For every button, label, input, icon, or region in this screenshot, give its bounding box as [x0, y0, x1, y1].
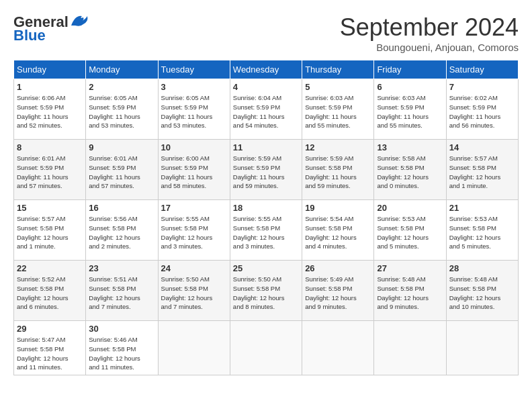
- day-number: 21: [449, 203, 515, 213]
- calendar-cell: 29Sunrise: 5:47 AM Sunset: 5:58 PM Dayli…: [14, 321, 86, 375]
- calendar-cell: 9Sunrise: 6:01 AM Sunset: 5:59 PM Daylig…: [86, 140, 158, 200]
- title-area: September 2024 Boungoueni, Anjouan, Como…: [340, 13, 519, 53]
- day-number: 17: [161, 203, 227, 213]
- day-number: 28: [449, 263, 515, 273]
- day-info: Sunrise: 5:58 AM Sunset: 5:58 PM Dayligh…: [377, 154, 443, 191]
- calendar-header-saturday: Saturday: [446, 60, 518, 79]
- day-number: 20: [377, 203, 443, 213]
- day-info: Sunrise: 5:56 AM Sunset: 5:58 PM Dayligh…: [89, 214, 154, 251]
- day-number: 25: [233, 263, 299, 273]
- day-info: Sunrise: 5:55 AM Sunset: 5:58 PM Dayligh…: [161, 214, 227, 251]
- day-number: 10: [161, 142, 227, 152]
- day-number: 4: [233, 82, 299, 92]
- day-info: Sunrise: 5:53 AM Sunset: 5:58 PM Dayligh…: [377, 214, 443, 251]
- calendar-cell: 30Sunrise: 5:46 AM Sunset: 5:58 PM Dayli…: [86, 321, 158, 375]
- calendar-cell: 12Sunrise: 5:59 AM Sunset: 5:58 PM Dayli…: [302, 140, 374, 200]
- day-number: 27: [377, 263, 443, 273]
- calendar-cell: 27Sunrise: 5:48 AM Sunset: 5:58 PM Dayli…: [374, 261, 446, 321]
- calendar-cell: 13Sunrise: 5:58 AM Sunset: 5:58 PM Dayli…: [374, 140, 446, 200]
- calendar-cell: 28Sunrise: 5:48 AM Sunset: 5:58 PM Dayli…: [446, 261, 518, 321]
- day-number: 14: [449, 142, 515, 152]
- calendar-cell: 22Sunrise: 5:52 AM Sunset: 5:58 PM Dayli…: [14, 261, 86, 321]
- calendar-cell: 25Sunrise: 5:50 AM Sunset: 5:58 PM Dayli…: [230, 261, 302, 321]
- calendar-header-sunday: Sunday: [14, 60, 86, 79]
- day-info: Sunrise: 5:50 AM Sunset: 5:58 PM Dayligh…: [233, 275, 299, 312]
- calendar-cell: 10Sunrise: 6:00 AM Sunset: 5:59 PM Dayli…: [158, 140, 230, 200]
- day-number: 3: [161, 82, 227, 92]
- day-info: Sunrise: 5:51 AM Sunset: 5:58 PM Dayligh…: [89, 275, 154, 312]
- day-number: 11: [233, 142, 299, 152]
- day-info: Sunrise: 5:59 AM Sunset: 5:58 PM Dayligh…: [305, 154, 371, 191]
- day-info: Sunrise: 6:06 AM Sunset: 5:59 PM Dayligh…: [17, 93, 83, 130]
- calendar-cell: 8Sunrise: 6:01 AM Sunset: 5:59 PM Daylig…: [14, 140, 86, 200]
- calendar-cell: 15Sunrise: 5:57 AM Sunset: 5:58 PM Dayli…: [14, 200, 86, 261]
- calendar-cell: 5Sunrise: 6:03 AM Sunset: 5:59 PM Daylig…: [302, 79, 374, 140]
- day-info: Sunrise: 5:47 AM Sunset: 5:58 PM Dayligh…: [17, 335, 83, 372]
- day-info: Sunrise: 5:55 AM Sunset: 5:58 PM Dayligh…: [233, 214, 299, 251]
- calendar-header-row: SundayMondayTuesdayWednesdayThursdayFrid…: [14, 60, 519, 79]
- month-title: September 2024: [340, 13, 519, 42]
- logo-blue-text: Blue: [13, 27, 46, 44]
- day-number: 19: [305, 203, 371, 213]
- calendar-cell: 14Sunrise: 5:57 AM Sunset: 5:58 PM Dayli…: [446, 140, 518, 200]
- day-number: 22: [17, 263, 83, 273]
- day-info: Sunrise: 5:49 AM Sunset: 5:58 PM Dayligh…: [305, 275, 371, 312]
- calendar-cell: [230, 321, 302, 375]
- day-info: Sunrise: 6:01 AM Sunset: 5:59 PM Dayligh…: [89, 154, 154, 191]
- calendar-header-thursday: Thursday: [302, 60, 374, 79]
- calendar: SundayMondayTuesdayWednesdayThursdayFrid…: [13, 60, 519, 375]
- day-number: 24: [161, 263, 227, 273]
- day-info: Sunrise: 6:04 AM Sunset: 5:59 PM Dayligh…: [233, 93, 299, 130]
- calendar-header-wednesday: Wednesday: [230, 60, 302, 79]
- day-number: 18: [233, 203, 299, 213]
- calendar-header-tuesday: Tuesday: [158, 60, 230, 79]
- calendar-cell: 7Sunrise: 6:02 AM Sunset: 5:59 PM Daylig…: [446, 79, 518, 140]
- calendar-week-row: 1Sunrise: 6:06 AM Sunset: 5:59 PM Daylig…: [14, 79, 519, 140]
- calendar-header-monday: Monday: [86, 60, 158, 79]
- day-number: 8: [17, 142, 83, 152]
- day-info: Sunrise: 6:00 AM Sunset: 5:59 PM Dayligh…: [161, 154, 227, 191]
- day-info: Sunrise: 5:52 AM Sunset: 5:58 PM Dayligh…: [17, 275, 83, 312]
- calendar-cell: [158, 321, 230, 375]
- day-info: Sunrise: 5:46 AM Sunset: 5:58 PM Dayligh…: [89, 335, 154, 372]
- calendar-cell: [374, 321, 446, 375]
- day-info: Sunrise: 6:05 AM Sunset: 5:59 PM Dayligh…: [89, 93, 154, 130]
- day-number: 7: [449, 82, 515, 92]
- calendar-cell: 21Sunrise: 5:53 AM Sunset: 5:58 PM Dayli…: [446, 200, 518, 261]
- day-info: Sunrise: 5:48 AM Sunset: 5:58 PM Dayligh…: [377, 275, 443, 312]
- day-info: Sunrise: 5:53 AM Sunset: 5:58 PM Dayligh…: [449, 214, 515, 251]
- day-number: 5: [305, 82, 371, 92]
- calendar-cell: 24Sunrise: 5:50 AM Sunset: 5:58 PM Dayli…: [158, 261, 230, 321]
- day-number: 15: [17, 203, 83, 213]
- calendar-cell: 11Sunrise: 5:59 AM Sunset: 5:59 PM Dayli…: [230, 140, 302, 200]
- day-info: Sunrise: 5:59 AM Sunset: 5:59 PM Dayligh…: [233, 154, 299, 191]
- day-info: Sunrise: 6:05 AM Sunset: 5:59 PM Dayligh…: [161, 93, 227, 130]
- calendar-cell: 19Sunrise: 5:54 AM Sunset: 5:58 PM Dayli…: [302, 200, 374, 261]
- day-info: Sunrise: 5:50 AM Sunset: 5:58 PM Dayligh…: [161, 275, 227, 312]
- header: General Blue September 2024 Boungoueni, …: [13, 13, 519, 53]
- location-title: Boungoueni, Anjouan, Comoros: [340, 42, 519, 53]
- calendar-week-row: 22Sunrise: 5:52 AM Sunset: 5:58 PM Dayli…: [14, 261, 519, 321]
- calendar-week-row: 29Sunrise: 5:47 AM Sunset: 5:58 PM Dayli…: [14, 321, 519, 375]
- logo: General Blue: [13, 13, 89, 44]
- calendar-cell: [302, 321, 374, 375]
- calendar-cell: 1Sunrise: 6:06 AM Sunset: 5:59 PM Daylig…: [14, 79, 86, 140]
- calendar-cell: 16Sunrise: 5:56 AM Sunset: 5:58 PM Dayli…: [86, 200, 158, 261]
- day-number: 23: [89, 263, 154, 273]
- day-info: Sunrise: 6:03 AM Sunset: 5:59 PM Dayligh…: [377, 93, 443, 130]
- day-number: 9: [89, 142, 154, 152]
- calendar-cell: 26Sunrise: 5:49 AM Sunset: 5:58 PM Dayli…: [302, 261, 374, 321]
- calendar-cell: 23Sunrise: 5:51 AM Sunset: 5:58 PM Dayli…: [86, 261, 158, 321]
- day-number: 2: [89, 82, 154, 92]
- day-info: Sunrise: 5:57 AM Sunset: 5:58 PM Dayligh…: [17, 214, 83, 251]
- calendar-cell: 3Sunrise: 6:05 AM Sunset: 5:59 PM Daylig…: [158, 79, 230, 140]
- day-number: 1: [17, 82, 83, 92]
- calendar-cell: [446, 321, 518, 375]
- day-number: 12: [305, 142, 371, 152]
- day-number: 30: [89, 324, 154, 334]
- calendar-cell: 17Sunrise: 5:55 AM Sunset: 5:58 PM Dayli…: [158, 200, 230, 261]
- day-number: 26: [305, 263, 371, 273]
- calendar-week-row: 15Sunrise: 5:57 AM Sunset: 5:58 PM Dayli…: [14, 200, 519, 261]
- calendar-cell: 18Sunrise: 5:55 AM Sunset: 5:58 PM Dayli…: [230, 200, 302, 261]
- day-info: Sunrise: 5:54 AM Sunset: 5:58 PM Dayligh…: [305, 214, 371, 251]
